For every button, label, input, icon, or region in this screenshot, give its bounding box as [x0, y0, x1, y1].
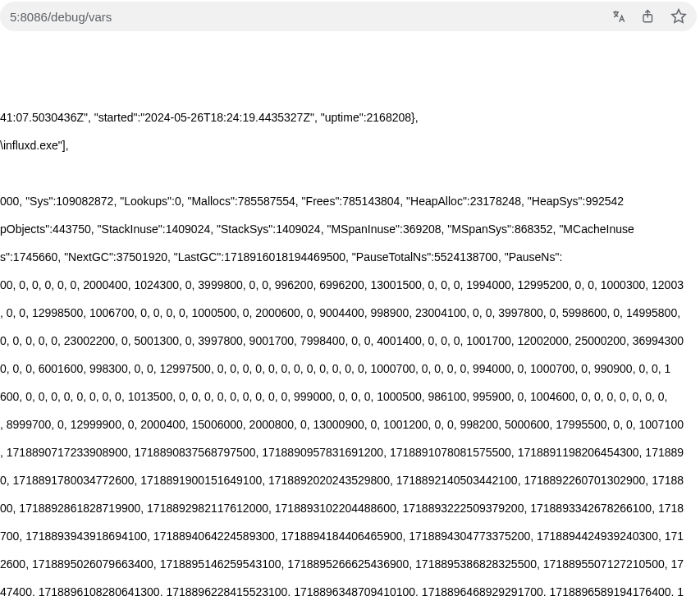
translate-icon[interactable]	[611, 9, 626, 24]
content-line: 000, "Sys":109082872, "Lookups":0, "Mall…	[0, 195, 700, 209]
content-line: 700, 1718893943918694100, 17188940642245…	[0, 530, 700, 543]
content-line: 00, 0, 0, 0, 0, 0, 2000400, 1024300, 0, …	[0, 278, 700, 292]
url-text[interactable]: 5:8086/debug/vars	[10, 10, 611, 24]
content-line: 00, 1718892861828719900, 171889298211761…	[0, 502, 700, 516]
star-icon[interactable]	[670, 8, 687, 25]
share-icon[interactable]	[641, 9, 656, 24]
content-line: , 8999700, 0, 12999900, 0, 2000400, 1500…	[0, 418, 700, 432]
content-line: 47400, 1718896108280641300, 171889622841…	[0, 585, 700, 596]
content-line: pObjects":443750, "StackInuse":1409024, …	[0, 222, 700, 236]
content-line: , 1718890717233908900, 17188908375687975…	[0, 446, 700, 460]
url-bar-icons	[611, 8, 687, 25]
content-line: 0, 0, 0, 0, 0, 23002200, 0, 5001300, 0, …	[0, 334, 700, 348]
content-line: 41:07.5030436Z", "started":"2024-05-26T1…	[0, 111, 700, 125]
content-line: 2600, 1718895026079663400, 1718895146259…	[0, 557, 700, 571]
debug-vars-content: 41:07.5030436Z", "started":"2024-05-26T1…	[0, 33, 700, 596]
content-line: s":1745660, "NextGC":37501920, "LastGC":…	[0, 250, 700, 264]
content-line: , 0, 0, 12998500, 1006700, 0, 0, 0, 0, 1…	[0, 306, 700, 320]
content-line: 0, 1718891780034772600, 1718891900151649…	[0, 474, 700, 488]
content-line: 600, 0, 0, 0, 0, 0, 0, 0, 0, 1013500, 0,…	[0, 390, 700, 404]
browser-url-bar: 5:8086/debug/vars	[0, 2, 697, 31]
content-line: 0, 0, 0, 6001600, 998300, 0, 0, 12997500…	[0, 362, 700, 376]
content-line: \influxd.exe"],	[0, 139, 700, 153]
